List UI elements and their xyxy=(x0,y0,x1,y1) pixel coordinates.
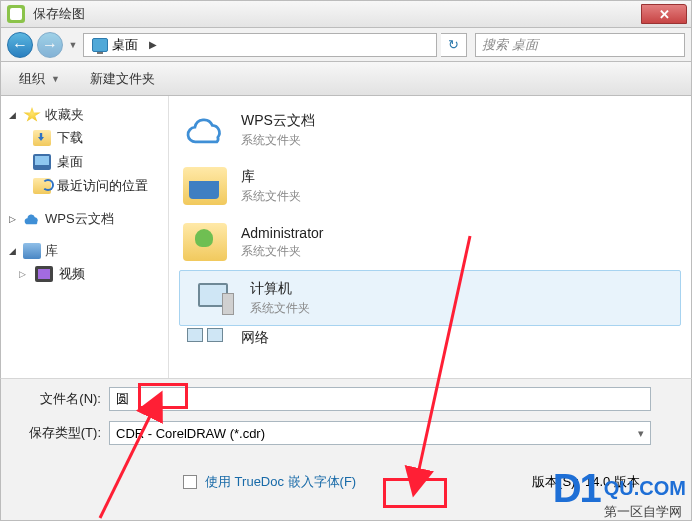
item-subtitle: 系统文件夹 xyxy=(241,243,323,260)
forward-button[interactable]: → xyxy=(37,32,63,58)
list-item[interactable]: 网络 xyxy=(169,326,691,348)
filename-label: 文件名(N): xyxy=(13,390,109,408)
main-pane: ◢ 收藏夹 下载 桌面 最近访问的位置 ▷ xyxy=(0,96,692,378)
computer-icon xyxy=(192,279,236,317)
nav-item-videos[interactable]: ▷ 视频 xyxy=(5,262,164,286)
close-button[interactable]: ✕ xyxy=(641,4,687,24)
app-icon xyxy=(7,5,25,23)
watermark-logo: D1 xyxy=(553,466,600,511)
list-item[interactable]: WPS云文档 系统文件夹 xyxy=(169,102,691,158)
item-subtitle: 系统文件夹 xyxy=(241,132,315,149)
nav-item-recent[interactable]: 最近访问的位置 xyxy=(5,174,164,198)
list-item-selected[interactable]: 计算机 系统文件夹 xyxy=(179,270,681,326)
new-folder-label: 新建文件夹 xyxy=(90,70,155,88)
back-button[interactable]: ← xyxy=(7,32,33,58)
item-title: 库 xyxy=(241,168,301,186)
organize-button[interactable]: 组织 ▼ xyxy=(11,67,68,91)
nav-libraries[interactable]: ◢ 库 xyxy=(5,240,164,262)
nav-item-desktop[interactable]: 桌面 xyxy=(5,150,164,174)
item-title: 计算机 xyxy=(250,280,310,298)
download-icon xyxy=(33,130,51,146)
organize-label: 组织 xyxy=(19,70,45,88)
nav-favorites[interactable]: ◢ 收藏夹 xyxy=(5,104,164,126)
item-title: Administrator xyxy=(241,225,323,241)
network-icon xyxy=(183,328,227,348)
expand-icon[interactable]: ▷ xyxy=(19,269,29,279)
window-title: 保存绘图 xyxy=(33,5,641,23)
item-subtitle: 系统文件夹 xyxy=(250,300,310,317)
new-folder-button[interactable]: 新建文件夹 xyxy=(82,67,163,91)
nav-wps-cloud[interactable]: ▷ WPS云文档 xyxy=(5,208,164,230)
star-icon xyxy=(23,107,41,123)
breadcrumb-segment[interactable]: 桌面 xyxy=(112,36,138,54)
chevron-down-icon: ▾ xyxy=(638,427,644,440)
chevron-right-icon[interactable]: ▶ xyxy=(145,34,162,56)
cloud-icon xyxy=(181,108,229,152)
user-folder-icon xyxy=(183,223,227,261)
item-title: 网络 xyxy=(241,329,269,347)
toolbar: 组织 ▼ 新建文件夹 xyxy=(0,62,692,96)
watermark-domain: QU.COM xyxy=(604,477,686,500)
list-item[interactable]: Administrator 系统文件夹 xyxy=(169,214,691,270)
truedoc-checkbox[interactable] xyxy=(183,475,197,489)
item-subtitle: 系统文件夹 xyxy=(241,188,301,205)
nav-item-downloads[interactable]: 下载 xyxy=(5,126,164,150)
filetype-value: CDR - CorelDRAW (*.cdr) xyxy=(116,426,265,441)
truedoc-label: 使用 TrueDoc 嵌入字体(F) xyxy=(205,473,356,491)
collapse-icon[interactable]: ◢ xyxy=(9,246,19,256)
path-bar: ← → ▼ 桌面 ▶ ↻ 搜索 桌面 xyxy=(0,28,692,62)
chevron-down-icon: ▼ xyxy=(51,74,60,84)
nav-history-dropdown[interactable]: ▼ xyxy=(67,33,79,57)
expand-icon[interactable]: ▷ xyxy=(9,214,19,224)
filename-input[interactable] xyxy=(109,387,651,411)
item-title: WPS云文档 xyxy=(241,112,315,130)
refresh-button[interactable]: ↻ xyxy=(441,33,467,57)
recent-icon xyxy=(33,178,51,194)
video-icon xyxy=(35,266,53,282)
search-input[interactable]: 搜索 桌面 xyxy=(475,33,685,57)
library-icon xyxy=(23,243,41,259)
file-list[interactable]: WPS云文档 系统文件夹 库 系统文件夹 Administrator 系统文件夹… xyxy=(169,96,691,378)
desktop-icon xyxy=(92,38,108,52)
nav-favorites-label: 收藏夹 xyxy=(45,106,84,124)
list-item[interactable]: 库 系统文件夹 xyxy=(169,158,691,214)
title-bar: 保存绘图 ✕ xyxy=(0,0,692,28)
watermark-sub: 第一区自学网 xyxy=(604,503,682,521)
filetype-select[interactable]: CDR - CorelDRAW (*.cdr) ▾ xyxy=(109,421,651,445)
library-icon xyxy=(183,167,227,205)
breadcrumb[interactable]: 桌面 ▶ xyxy=(83,33,437,57)
collapse-icon[interactable]: ◢ xyxy=(9,110,19,120)
desktop-icon xyxy=(33,154,51,170)
filetype-label: 保存类型(T): xyxy=(13,424,109,442)
nav-tree[interactable]: ◢ 收藏夹 下载 桌面 最近访问的位置 ▷ xyxy=(1,96,169,378)
cloud-icon xyxy=(23,211,41,227)
